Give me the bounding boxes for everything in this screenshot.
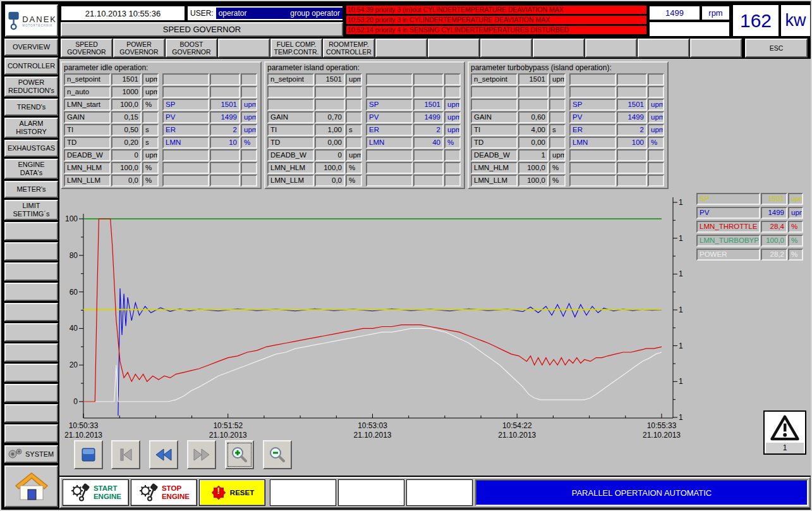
tab-empty-11[interactable] [638, 39, 689, 58]
param-value-field[interactable]: 1000 [111, 86, 142, 98]
param-label: GAIN [267, 111, 314, 123]
sidebar-item-empty-1[interactable] [4, 242, 58, 261]
param-value-field[interactable]: 1501 [315, 73, 345, 85]
stop-engine-button[interactable]: STOP ENGINE [131, 479, 197, 506]
reset-button[interactable]: ! RESET [199, 479, 265, 506]
param-value-field[interactable]: 4,00 [518, 124, 548, 136]
bottom-empty-button[interactable] [406, 479, 473, 506]
sidebar-item-controller[interactable]: CONTROLLER [4, 58, 58, 75]
param-value-field[interactable]: 0,0 [315, 175, 345, 187]
tab-empty-8[interactable] [480, 39, 532, 58]
param-value-field[interactable]: 0,70 [315, 111, 345, 123]
param-value-field[interactable]: 1 [518, 149, 548, 161]
tab-empty-12[interactable] [690, 39, 742, 58]
param-value-field[interactable]: 100,0 [111, 99, 142, 111]
param-value-field[interactable]: 100,0 [518, 162, 548, 174]
alarm-message[interactable]: 10:53:20 priority 3 in CYLINDERTEMPERATU… [346, 15, 647, 25]
param-value-field[interactable]: 0,50 [111, 124, 142, 136]
sidebar-item-empty-2[interactable] [4, 262, 58, 281]
param-value-field[interactable]: 1501 [111, 73, 142, 85]
tab-empty-7[interactable] [428, 39, 480, 58]
process-label: ER [366, 124, 413, 136]
param-value-field[interactable]: 100,0 [111, 162, 142, 174]
legend-unit: % [788, 235, 803, 247]
svg-text:21.10.2013: 21.10.2013 [643, 431, 681, 440]
param-value-field[interactable] [518, 86, 548, 98]
bottom-empty-button[interactable] [338, 479, 404, 506]
sidebar-item-empty-7[interactable] [4, 364, 58, 382]
trend-zoom-out-button[interactable] [263, 440, 292, 469]
param-value-field[interactable]: 1501 [518, 73, 548, 85]
tab-esc[interactable]: ESC [745, 39, 808, 58]
trend-stop-button[interactable] [74, 440, 103, 469]
sidebar-item-empty-8[interactable] [4, 384, 58, 402]
sidebar-item-system[interactable]: SYSTEM [4, 445, 58, 463]
param-value-field[interactable] [315, 86, 345, 98]
sidebar-item-empty-10[interactable] [4, 424, 58, 443]
tab-empty-10[interactable] [585, 39, 637, 58]
param-value-field[interactable]: 0,15 [111, 111, 142, 123]
param-row: DEADB_W0upm [64, 149, 258, 161]
alarm-warning-button[interactable]: 1 [763, 410, 806, 455]
sidebar-item-trend-s[interactable]: TREND's [4, 99, 58, 116]
sidebar-item-meter-s[interactable]: METER's [4, 181, 58, 198]
system-label: SYSTEM [25, 450, 54, 458]
param-value-field[interactable]: 0,60 [518, 111, 548, 123]
sidebar-item-empty-5[interactable] [4, 323, 58, 342]
tab-empty-9[interactable] [533, 39, 585, 58]
process-label: SP [366, 99, 413, 111]
start-engine-label: START ENGINE [94, 484, 121, 501]
process-value [617, 73, 647, 85]
sidebar-item-engine-data-s[interactable]: ENGINE DATA's [4, 159, 58, 179]
process-unit [241, 73, 257, 85]
param-row: SP1501upm [471, 99, 665, 111]
param-value-field[interactable]: 0,0 [111, 175, 142, 187]
logo-brand: DANEK [22, 15, 57, 24]
svg-text:60: 60 [70, 288, 78, 297]
sidebar-item-empty-3[interactable] [4, 283, 58, 301]
param-value-field[interactable]: 0 [315, 149, 345, 161]
legend-label: SP [696, 193, 760, 205]
trend-forward-button[interactable] [187, 440, 216, 469]
tab-empty-3[interactable] [218, 39, 270, 58]
process-unit: % [648, 137, 664, 149]
sidebar-item-power-reduction-s[interactable]: POWER REDUCTION's [4, 77, 58, 97]
sidebar-item-empty-9[interactable] [4, 404, 58, 422]
trend-skip-start-button[interactable] [111, 440, 140, 469]
tab-power-governor[interactable]: POWER GOVERNOR [113, 39, 165, 58]
param-value-field[interactable]: 100,0 [315, 162, 345, 174]
sidebar-item-empty-4[interactable] [4, 303, 58, 321]
tab-speed-governor[interactable]: SPEED GOVERNOR [61, 39, 112, 58]
sidebar-item-exhaustgas[interactable]: EXHAUSTGAS [4, 140, 58, 157]
sidebar-item-empty-0[interactable] [4, 222, 58, 240]
sidebar-item-alarm-history[interactable]: ALARM HISTORY [4, 118, 58, 138]
sidebar-item-overview[interactable]: OVERVIEW [4, 39, 58, 56]
alarm-message[interactable]: 10:52:14 priority 4 in SENSING CYLINDERT… [346, 25, 647, 35]
param-value-field[interactable]: 0 [111, 149, 142, 161]
trend-zoom-in-button[interactable] [225, 440, 254, 469]
tab-boost-governor[interactable]: BOOST GOVERNOR [166, 39, 217, 58]
param-value-field[interactable]: 1,00 [315, 124, 345, 136]
param-value-field[interactable] [315, 99, 345, 111]
user-field[interactable]: operator group operator [216, 8, 342, 19]
param-value-field[interactable]: 100,0 [518, 175, 548, 187]
bottom-empty-button[interactable] [270, 479, 336, 506]
trend-rewind-button[interactable] [149, 440, 178, 469]
param-label: DEADB_W [267, 149, 314, 161]
tab-roomtemp-controller[interactable]: ROOMTEMP. CONTROLLER [323, 39, 375, 58]
param-unit [142, 111, 159, 123]
tab-fuel-comp-temp-contr[interactable]: FUEL COMP. TEMP.CONTR. [270, 39, 322, 58]
sidebar-item-limit-settimg-s[interactable]: LIMIT SETTIMG´s [4, 200, 58, 220]
home-button[interactable] [4, 465, 58, 507]
param-value-field[interactable]: 0,20 [111, 137, 142, 149]
param-value-field[interactable]: 0,00 [518, 137, 548, 149]
param-row: n_auto1000upm [64, 86, 258, 98]
param-value-field[interactable] [518, 99, 548, 111]
process-label [569, 86, 616, 98]
start-engine-button[interactable]: START ENGINE [63, 479, 129, 506]
tab-empty-6[interactable] [375, 39, 427, 58]
sidebar-item-empty-6[interactable] [4, 343, 58, 362]
trend-chart[interactable]: 0204060801001200130014001500160017001800… [61, 191, 683, 443]
param-value-field[interactable]: 0,00 [315, 137, 345, 149]
alarm-message[interactable]: 10:54:39 priority 3 (in)out CYLINDERTEMP… [346, 5, 647, 15]
